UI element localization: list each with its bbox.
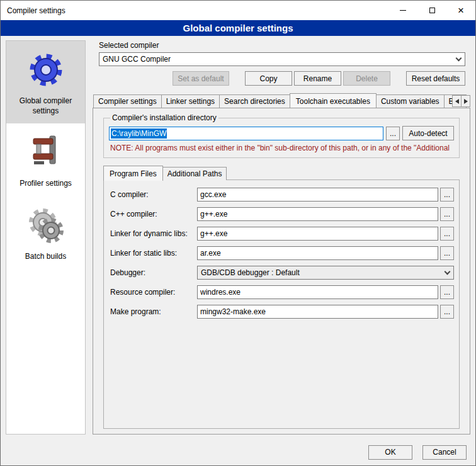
sidebar-item-label: Global compiler settings (9, 96, 82, 116)
sidebar-item-batch-builds[interactable]: Batch builds (6, 196, 85, 270)
titlebar: Compiler settings (1, 1, 475, 20)
c-compiler-label: C compiler: (110, 190, 197, 199)
settings-tabs: Compiler settings Linker settings Search… (93, 93, 470, 108)
linker-static-input[interactable] (197, 246, 438, 260)
field-row-cpp-compiler: C++ compiler: ... (110, 207, 454, 221)
debugger-dropdown[interactable]: GDB/CDB debugger : Default (197, 266, 454, 280)
sidebar-item-profiler-settings[interactable]: Profiler settings (6, 123, 85, 196)
make-program-label: Make program: (110, 307, 197, 316)
ok-button[interactable]: OK (368, 445, 412, 460)
compiler-actions: Set as default Copy Rename Delete Reset … (99, 71, 465, 86)
field-row-debugger: Debugger: GDB/CDB debugger : Default (110, 266, 454, 280)
program-subtabs: Program Files Additional Paths (103, 166, 465, 180)
c-compiler-browse-button[interactable]: ... (440, 188, 454, 202)
right-arrow-icon (464, 99, 468, 104)
c-compiler-input[interactable] (197, 188, 438, 202)
install-dir-input[interactable]: C:\raylib\MinGW (109, 127, 383, 140)
tab-compiler-settings[interactable]: Compiler settings (93, 94, 162, 108)
subtab-additional-paths[interactable]: Additional Paths (162, 167, 227, 180)
make-program-input[interactable] (197, 305, 438, 319)
debugger-value: GDB/CDB debugger : Default (201, 268, 300, 277)
close-button[interactable] (446, 1, 475, 20)
tab-scroll-arrows (452, 95, 470, 107)
minimize-button[interactable] (388, 1, 417, 20)
linker-static-browse-button[interactable]: ... (440, 246, 454, 260)
tab-toolchain-executables[interactable]: Toolchain executables (290, 93, 377, 108)
left-arrow-icon (455, 99, 459, 104)
install-dir-row: C:\raylib\MinGW ... Auto-detect (109, 126, 454, 140)
blue-gear-icon (26, 50, 66, 90)
field-row-linker-dynamic: Linker for dynamic libs: ... (110, 227, 454, 241)
dialog-body: Global compiler settings Profiler settin… (1, 36, 475, 439)
install-dir-note: NOTE: All programs must exist either in … (110, 144, 453, 152)
sidebar-item-label: Batch builds (9, 252, 82, 262)
close-icon (458, 5, 464, 16)
install-dir-selected-text: C:\raylib\MinGW (111, 128, 167, 139)
make-program-browse-button[interactable]: ... (440, 305, 454, 319)
toolchain-executables-pane: Compiler's installation directory C:\ray… (93, 108, 470, 435)
cancel-button[interactable]: Cancel (422, 445, 467, 460)
cpp-compiler-label: C++ compiler: (110, 210, 197, 219)
minimize-icon (400, 10, 406, 11)
tab-scroll-right-button[interactable] (461, 95, 470, 107)
main-panel: Selected compiler GNU GCC Compiler Set a… (93, 40, 470, 435)
debugger-label: Debugger: (110, 268, 197, 277)
compiler-settings-window: Compiler settings Global compiler settin… (0, 0, 476, 466)
gray-gears-icon (26, 205, 66, 246)
copy-button[interactable]: Copy (245, 71, 292, 86)
field-row-resource-compiler: Resource compiler: ... (110, 285, 454, 299)
resource-compiler-label: Resource compiler: (110, 288, 197, 297)
selected-compiler-label: Selected compiler (99, 41, 470, 50)
rename-button[interactable]: Rename (294, 71, 341, 86)
linker-static-label: Linker for static libs: (110, 249, 197, 258)
cpp-compiler-input[interactable] (197, 207, 438, 221)
resource-compiler-browse-button[interactable]: ... (440, 285, 454, 299)
field-row-linker-static: Linker for static libs: ... (110, 246, 454, 260)
reset-defaults-button[interactable]: Reset defaults (406, 71, 465, 86)
clamp-tool-icon (26, 132, 66, 173)
selected-compiler-value: GNU GCC Compiler (103, 55, 171, 64)
sidebar-item-global-compiler-settings[interactable]: Global compiler settings (6, 41, 85, 123)
linker-dynamic-label: Linker for dynamic libs: (110, 229, 197, 238)
delete-button: Delete (343, 71, 390, 86)
install-dir-browse-button[interactable]: ... (386, 127, 400, 140)
resource-compiler-input[interactable] (197, 285, 438, 299)
set-as-default-button: Set as default (173, 71, 229, 86)
sidebar-item-label: Profiler settings (9, 179, 82, 189)
dialog-header: Global compiler settings (1, 20, 475, 36)
sidebar: Global compiler settings Profiler settin… (6, 40, 86, 435)
tab-custom-variables[interactable]: Custom variables (376, 94, 445, 108)
install-dir-group-title: Compiler's installation directory (110, 113, 218, 122)
tab-scroll-left-button[interactable] (452, 95, 462, 107)
window-title: Compiler settings (7, 6, 65, 15)
tab-search-directories[interactable]: Search directories (219, 94, 290, 108)
field-row-make-program: Make program: ... (110, 305, 454, 319)
maximize-icon (429, 8, 435, 13)
linker-dynamic-browse-button[interactable]: ... (440, 227, 454, 241)
install-dir-group: Compiler's installation directory C:\ray… (103, 113, 460, 158)
tab-linker-settings[interactable]: Linker settings (161, 94, 220, 108)
program-files-pane: C compiler: ... C++ compiler: ... Linker… (103, 179, 460, 429)
cpp-compiler-browse-button[interactable]: ... (440, 207, 454, 221)
linker-dynamic-input[interactable] (197, 227, 438, 241)
subtab-program-files[interactable]: Program Files (103, 166, 163, 181)
auto-detect-button[interactable]: Auto-detect (402, 126, 454, 140)
chevron-down-icon (452, 53, 465, 65)
window-controls (388, 1, 475, 20)
chevron-down-icon (441, 266, 453, 279)
field-row-c-compiler: C compiler: ... (110, 188, 454, 202)
dialog-footer: OK Cancel (1, 439, 475, 465)
maximize-button[interactable] (417, 1, 446, 20)
selected-compiler-dropdown[interactable]: GNU GCC Compiler (99, 52, 465, 66)
